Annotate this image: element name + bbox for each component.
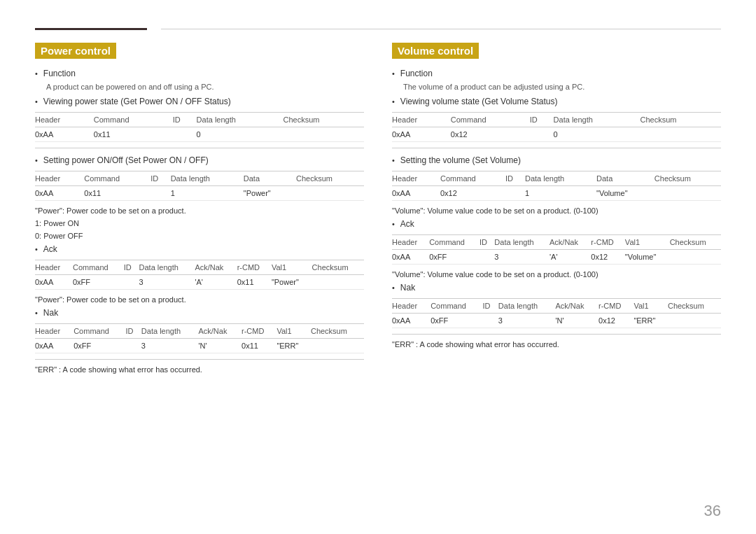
td-data-length: 3	[498, 314, 556, 328]
bullet-dot2: •	[35, 95, 38, 108]
content-columns: Power control • Function A product can b…	[35, 43, 721, 377]
th-header: Header	[392, 171, 440, 186]
bullet-dot2: •	[392, 95, 395, 108]
volume-control-title: Volume control	[392, 43, 479, 59]
table-row: 0xAA 0x11 1 "Power"	[35, 186, 364, 201]
bullet-dot: •	[35, 67, 38, 80]
th-acknak: Ack/Nak	[550, 235, 591, 250]
function-bullet: • Function	[35, 67, 364, 80]
page-number: 36	[704, 502, 721, 520]
th-command: Command	[440, 171, 505, 186]
vol-ack-label: Ack	[400, 218, 414, 230]
th-command: Command	[74, 324, 125, 339]
th-rcmd: r-CMD	[591, 235, 625, 250]
vol-err-note: "ERR" : A code showing what error has oc…	[392, 340, 721, 349]
ack-label: Ack	[43, 243, 57, 255]
ack-bullet: • Ack	[35, 243, 364, 255]
volume-table3: Header Command ID Data length Ack/Nak r-…	[392, 235, 721, 265]
td-command: 0xFF	[74, 339, 125, 353]
nak-bullet: • Nak	[35, 307, 364, 319]
th-header: Header	[35, 171, 84, 186]
top-line-bar-light	[161, 29, 721, 29]
th-data-length: Data length	[141, 324, 199, 339]
divider2	[35, 359, 364, 360]
vol-function-bullet: • Function	[392, 67, 721, 80]
td-acknak: 'N'	[198, 339, 241, 353]
vol-divider2	[392, 334, 721, 335]
td-data-length: 0	[554, 127, 640, 142]
volume-table4-wrap: Header Command ID Data length Ack/Nak r-…	[392, 298, 721, 328]
td-acknak: 'A'	[550, 250, 591, 265]
td-id	[173, 127, 197, 142]
th-id: ID	[124, 260, 139, 275]
viewing-label: Viewing power state (Get Power ON / OFF …	[43, 95, 231, 108]
th-header: Header	[392, 113, 451, 127]
td-checksum	[284, 127, 364, 142]
vol-note2: "Volume": Volume value code to be set on…	[392, 270, 721, 279]
td-rcmd: 0x11	[237, 275, 272, 290]
th-command: Command	[451, 113, 530, 127]
bullet-dot4: •	[35, 243, 38, 255]
power-table1: Header Command ID Data length Checksum 0…	[35, 113, 364, 142]
td-header: 0xAA	[35, 339, 74, 353]
td-acknak: 'N'	[555, 314, 598, 328]
th-checksum: Checksum	[670, 235, 721, 250]
power-control-section: Power control • Function A product can b…	[35, 43, 364, 377]
power-table3-wrap: Header Command ID Data length Ack/Nak r-…	[35, 260, 364, 290]
top-line-decoration	[35, 28, 721, 30]
td-checksum	[311, 339, 364, 353]
td-checksum	[296, 186, 364, 201]
th-data-length: Data length	[197, 113, 284, 127]
vol-setting-label: Setting the volume (Set Volume)	[400, 154, 521, 167]
td-rcmd: 0x11	[241, 339, 276, 353]
vol-nak-label: Nak	[400, 281, 415, 294]
power-table3: Header Command ID Data length Ack/Nak r-…	[35, 260, 364, 290]
th-acknak: Ack/Nak	[198, 324, 241, 339]
th-checksum: Checksum	[640, 113, 721, 127]
table-row: 0xAA 0x11 0	[35, 127, 364, 142]
vol-note1: "Volume": Volume value code to be set on…	[392, 206, 721, 215]
td-checksum	[312, 275, 364, 290]
page: Power control • Function A product can b…	[0, 0, 756, 405]
td-id	[124, 275, 139, 290]
vol-ack-bullet: • Ack	[392, 218, 721, 230]
th-val1: Val1	[272, 260, 312, 275]
table-row: 0xAA 0xFF 3 'N' 0x11 "ERR"	[35, 339, 364, 353]
note2: "Power": Power code to be set on a produ…	[35, 295, 364, 304]
td-header: 0xAA	[35, 186, 84, 201]
vol-viewing-bullet: • Viewing volume state (Get Volume Statu…	[392, 95, 721, 108]
th-header: Header	[392, 235, 429, 250]
table-row: 0xAA 0xFF 3 'A' 0x11 "Power"	[35, 275, 364, 290]
th-rcmd: r-CMD	[598, 299, 634, 314]
bullet-dot5: •	[392, 281, 395, 294]
top-line-bar-dark	[35, 28, 147, 30]
th-command: Command	[429, 235, 479, 250]
td-header: 0xAA	[35, 127, 94, 142]
power-table1-wrap: Header Command ID Data length Checksum 0…	[35, 112, 364, 142]
th-data-length: Data length	[498, 299, 556, 314]
th-val1: Val1	[634, 299, 668, 314]
volume-table1: Header Command ID Data length Checksum 0…	[392, 113, 721, 142]
power-table4-wrap: Header Command ID Data length Ack/Nak r-…	[35, 323, 364, 353]
td-data-length: 3	[141, 339, 199, 353]
volume-table2: Header Command ID Data length Data Check…	[392, 171, 721, 201]
th-id: ID	[173, 113, 197, 127]
th-id: ID	[126, 324, 141, 339]
td-header: 0xAA	[392, 314, 430, 328]
power-on-note: 1: Power ON	[35, 219, 364, 227]
th-val1: Val1	[276, 324, 311, 339]
volume-table3-wrap: Header Command ID Data length Ack/Nak r-…	[392, 234, 721, 265]
th-id: ID	[483, 299, 498, 314]
power-off-note: 0: Power OFF	[35, 232, 364, 240]
power-table4: Header Command ID Data length Ack/Nak r-…	[35, 324, 364, 353]
td-data: "Volume"	[596, 186, 654, 201]
function-text: A product can be powered on and off usin…	[46, 83, 364, 91]
td-header: 0xAA	[392, 250, 429, 265]
bullet-dot3: •	[392, 154, 395, 167]
vol-nak-bullet: • Nak	[392, 281, 721, 294]
power-control-title: Power control	[35, 43, 116, 59]
vol-setting-bullet: • Setting the volume (Set Volume)	[392, 154, 721, 167]
th-header: Header	[35, 113, 94, 127]
vol-viewing-label: Viewing volume state (Get Volume Status)	[400, 95, 558, 108]
td-command: 0xFF	[429, 250, 479, 265]
